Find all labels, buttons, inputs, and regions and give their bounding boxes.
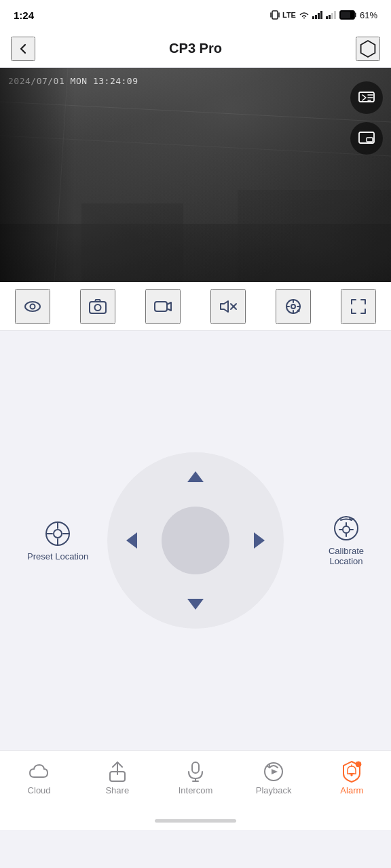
alarm-nav-label: Alarm [340,785,363,795]
calibrate-location-button[interactable]: Calibrate Location [329,515,364,566]
svg-rect-6 [320,11,322,19]
fullscreen-icon [349,297,368,316]
mute-button[interactable] [210,289,246,324]
ptz-left-icon [125,531,138,550]
nav-item-alarm[interactable]: Alarm [324,761,379,795]
svg-rect-10 [334,11,336,19]
svg-marker-44 [254,532,265,549]
record-button[interactable] [145,289,181,324]
svg-rect-5 [318,13,320,19]
record-icon [153,297,172,316]
svg-point-28 [95,304,101,311]
cloud-icon [29,762,50,781]
alarm-nav-icon [341,761,362,783]
header: CP3 Pro [0,30,391,68]
ptz-button[interactable] [276,289,311,324]
vibrate-icon [270,9,280,20]
ptz-joystick[interactable] [107,452,284,629]
lte-icon: LTE [282,11,296,19]
page-title: CP3 Pro [169,41,222,56]
camera-scene [0,68,391,282]
svg-marker-43 [126,532,137,549]
svg-marker-41 [187,471,204,482]
nav-item-cloud[interactable]: Cloud [12,761,67,795]
alarm-icon [341,760,362,783]
home-bar [155,819,236,823]
back-icon [16,42,30,56]
share-nav-icon [107,761,128,783]
preset-location-button[interactable]: Preset Location [27,520,88,561]
camera-feed: 2024/07/01 MON 13:24:09 [0,68,391,282]
status-bar: 1:24 LTE [0,0,391,30]
status-time: 1:24 [14,9,34,21]
playback-nav-label: Playback [256,785,292,795]
svg-marker-56 [272,769,278,774]
stream-switch-icon [358,89,375,106]
settings-button[interactable] [356,37,380,61]
intercom-nav-icon [185,761,206,783]
back-button[interactable] [11,37,35,61]
wifi-icon [299,11,310,19]
picture-in-picture-button[interactable] [350,122,383,155]
screenshot-button[interactable] [80,289,115,324]
nav-item-intercom[interactable]: Intercom [168,761,223,795]
nav-item-playback[interactable]: Playback [246,761,301,795]
svg-rect-7 [326,16,328,19]
calibrate-location-icon [333,515,360,542]
svg-marker-30 [221,301,228,312]
svg-line-13 [0,102,391,122]
ptz-up-icon [186,470,205,484]
svg-rect-19 [359,92,374,102]
playback-icon [263,761,284,783]
svg-rect-12 [341,12,350,18]
svg-rect-24 [367,138,373,142]
camera-icon [88,297,107,316]
battery-icon [339,10,357,20]
home-indicator [0,811,391,830]
svg-line-15 [54,68,68,282]
intercom-nav-label: Intercom [179,785,213,795]
svg-rect-8 [329,15,331,19]
svg-rect-4 [315,15,317,19]
ptz-left-button[interactable] [119,528,144,553]
ptz-up-button[interactable] [183,465,208,489]
preset-location-icon [44,520,71,547]
svg-marker-42 [187,599,204,610]
mute-icon [219,297,238,316]
svg-point-36 [54,530,62,538]
svg-point-34 [291,304,295,309]
ptz-center[interactable] [162,507,229,574]
stream-switch-button[interactable] [350,81,383,114]
status-icons: LTE 61% [270,9,377,20]
svg-rect-52 [192,762,199,773]
svg-rect-27 [90,302,106,313]
pip-icon [358,130,375,147]
cloud-nav-icon [29,761,50,783]
ptz-section: Preset Location [0,331,391,750]
nav-item-share[interactable]: Share [90,761,145,795]
eye-button[interactable] [15,289,50,324]
fullscreen-button[interactable] [341,289,376,324]
ptz-down-icon [186,597,205,611]
ptz-down-button[interactable] [183,592,208,616]
svg-rect-17 [81,203,183,282]
ptz-right-button[interactable] [247,528,272,553]
playback-nav-icon [263,761,284,783]
signal-bars-icon [312,11,323,19]
svg-line-14 [0,136,391,156]
svg-rect-29 [155,302,167,311]
svg-point-59 [351,774,352,776]
settings-hexagon-icon [358,39,377,58]
svg-point-25 [25,302,40,311]
bottom-nav: Cloud Share Int [0,750,391,811]
ptz-icon [284,297,303,316]
calibrate-location-label: Calibrate Location [329,546,364,566]
preset-location-label: Preset Location [27,551,88,561]
share-icon [108,761,127,783]
svg-point-60 [356,762,361,767]
camera-controls-bar [0,282,391,331]
svg-rect-18 [238,190,391,282]
eye-icon [23,297,42,316]
svg-point-26 [31,304,35,309]
svg-rect-9 [331,13,333,19]
